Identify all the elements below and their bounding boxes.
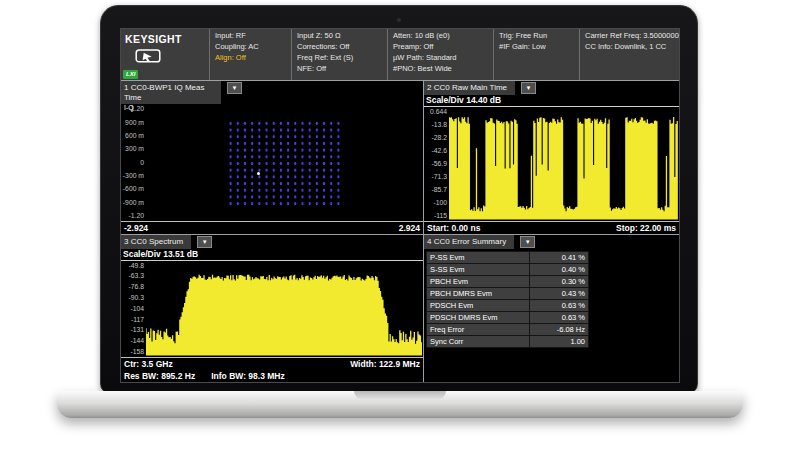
y-tick: -28.2 [424,134,447,141]
panel2-title-tab[interactable]: 2 CC0 Raw Main Time [424,81,515,95]
panel3-scale-div: Scale/Div 13.51 dB [121,249,423,261]
y-tick: -144 [121,337,144,344]
spectrum-plot-area: -49.8 -63.3 -76.8 -90.3 -104 -117 -131 -… [121,261,423,357]
header-carrier-section[interactable]: Carrier Ref Freq: 3.500000000 GHz CC Inf… [579,29,679,80]
header-line: Input Z: 50 Ω [297,31,382,42]
iq-x-axis: -2.924 2.924 [121,221,423,234]
panel4-titlebar: 4 CC0 Error Summary ▼ [424,235,679,249]
laptop-base-notch [354,391,446,400]
error-summary-table: P-SS Evm 0.41 % S-SS Evm 0.40 % PBCH Evm… [426,251,589,348]
panel4-dropdown-button[interactable]: ▼ [520,236,535,248]
y-tick: -90.3 [121,294,144,301]
spectrum-bw-row: Res BW: 895.2 Hz Info BW: 98.3 MHz [121,370,423,382]
table-row-value: 1.00 [530,336,588,347]
y-tick: -117 [121,316,144,323]
y-tick: 0 [121,159,144,166]
info-bw-label: Info BW: 98.3 MHz [211,371,285,381]
raw-main-time-trace [449,108,678,220]
table-row-value: 0.63 % [530,312,588,323]
header-line: Preamp: Off [393,42,488,53]
header-line: Atten: 10 dB (e0) [393,31,488,42]
table-row-label: P-SS Evm [427,252,529,263]
header-line: Carrier Ref Freq: 3.500000000 GHz [585,31,674,42]
panel1-titlebar: 1 CC0-BWP1 IQ Meas Time ▼ [121,81,423,104]
y-tick: -85.7 [424,186,447,193]
keysight-logo: KEYSIGHT LXI [121,29,209,80]
table-row-value: 0.30 % [530,276,588,287]
table-row-label: Sync Corr [427,336,529,347]
header-line: Corrections: Off [297,42,382,53]
panel3-titlebar: 3 CC0 Spectrum ▼ [121,235,423,249]
y-tick: -63.3 [121,272,144,279]
laptop-bezel: KEYSIGHT LXI Input: RF Coupling: AC Alig… [100,5,698,394]
y-tick: -104 [121,305,144,312]
header-line: CC Info: Downlink, 1 CC [585,42,674,53]
laptop-base [57,391,743,418]
iq-marker-dot [257,172,260,175]
status-header: KEYSIGHT LXI Input: RF Coupling: AC Alig… [121,29,679,81]
panel1-dropdown-button[interactable]: ▼ [227,82,242,94]
chevron-down-icon: ▼ [525,239,531,245]
header-trigger-section[interactable]: Trig: Free Run #IF Gain: Low [493,29,579,80]
y-tick: 900 m [121,119,144,126]
panel-error-summary: 4 CC0 Error Summary ▼ P-SS Evm 0.41 % S-… [423,234,679,382]
panel-raw-main-time: 2 CC0 Raw Main Time ▼ Scale/Div 14.40 dB… [423,81,679,234]
x-max-label: 2.924 [399,223,420,233]
laptop-mockup: KEYSIGHT LXI Input: RF Coupling: AC Alig… [0,0,800,450]
header-line: Coupling: AC [215,42,286,53]
y-tick: -56.9 [424,160,447,167]
header-line: Freq Ref: Ext (S) [297,53,382,64]
y-tick: -13.8 [424,121,447,128]
table-row-label: PBCH DMRS Evm [427,288,529,299]
keysight-pointer-icon [135,49,161,64]
y-tick: -131 [121,326,144,333]
y-tick: 600 m [121,132,144,139]
panel3-title-tab[interactable]: 3 CC0 Spectrum [121,235,191,249]
chevron-down-icon: ▼ [202,239,208,245]
header-line: Input: RF [215,31,286,42]
stop-label: Stop: 22.00 ms [616,223,676,233]
header-line: µW Path: Standard [393,53,488,64]
panel2-titlebar: 2 CC0 Raw Main Time ▼ [424,81,679,95]
time-y-axis: 0.644 -13.8 -28.2 -42.6 -56.9 -71.3 -85.… [424,108,449,219]
table-row-value: 0.41 % [530,252,588,263]
table-row-value: -6.08 Hz [530,324,588,335]
header-atten-section[interactable]: Atten: 10 dB (e0) Preamp: Off µW Path: S… [387,29,493,80]
panel3-dropdown-button[interactable]: ▼ [197,236,212,248]
spectrum-x-axis: Ctr: 3.5 GHz Width: 122.9 MHz [121,357,423,370]
panel2-dropdown-button[interactable]: ▼ [521,82,536,94]
y-tick: -600 m [121,185,144,192]
header-line: #PNO: Best Wide [393,64,488,75]
spectrum-trace [146,262,422,356]
header-line: Trig: Free Run [499,31,574,42]
center-freq-label: Ctr: 3.5 GHz [124,359,173,369]
y-tick: -42.6 [424,147,447,154]
iq-y-axis: 1.20 900 m 600 m 300 m 0 -300 m -600 m -… [121,105,146,219]
panel-iq-meas-time: 1 CC0-BWP1 IQ Meas Time ▼ I-Q 1.20 900 m… [121,81,423,234]
iq-plot-area: I-Q 1.20 900 m 600 m 300 m 0 -300 m -600… [121,104,423,221]
y-tick: 300 m [121,145,144,152]
y-tick: -115 [424,212,447,219]
measurement-grid: 1 CC0-BWP1 IQ Meas Time ▼ I-Q 1.20 900 m… [121,81,679,382]
res-bw-label: Res BW: 895.2 Hz [124,371,195,381]
iq-constellation [225,118,341,207]
analyzer-screen: KEYSIGHT LXI Input: RF Coupling: AC Alig… [120,28,680,383]
table-row-value: 0.63 % [530,300,588,311]
table-row-value: 0.43 % [530,288,588,299]
span-width-label: Width: 122.9 MHz [350,359,420,369]
panel2-scale-div: Scale/Div 14.40 dB [424,95,679,107]
panel4-title-tab[interactable]: 4 CC0 Error Summary [424,235,514,249]
lxi-badge: LXI [123,70,138,79]
x-min-label: -2.924 [124,223,148,233]
table-row-label: PDSCH DMRS Evm [427,312,529,323]
panel1-title-tab[interactable]: 1 CC0-BWP1 IQ Meas Time [121,81,221,104]
header-inputz-section[interactable]: Input Z: 50 Ω Corrections: Off Freq Ref:… [291,29,387,80]
panel-spectrum: 3 CC0 Spectrum ▼ Scale/Div 13.51 dB -49.… [121,234,423,382]
brand-text: KEYSIGHT [125,32,205,47]
y-tick: -71.3 [424,173,447,180]
webcam-dot [397,18,401,22]
y-tick: -49.8 [121,262,144,269]
iq-trace-label: I-Q [124,104,134,111]
header-input-section[interactable]: Input: RF Coupling: AC Align: Off [209,29,291,80]
table-row-label: S-SS Evm [427,264,529,275]
